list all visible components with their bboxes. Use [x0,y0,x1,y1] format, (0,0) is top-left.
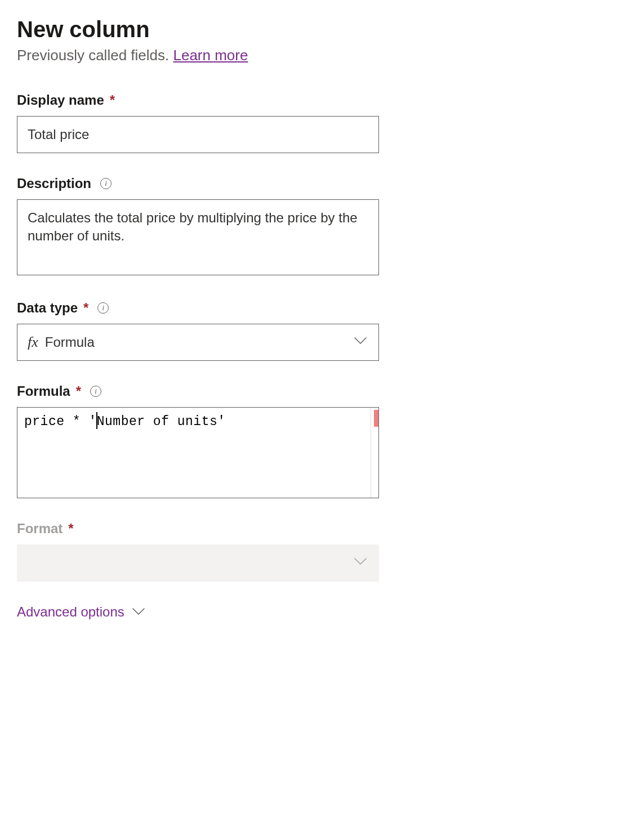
subtitle-text: Previously called fields. [17,47,173,64]
formula-group: Formula * i price * 'Number of units' [17,383,625,498]
data-type-selected-value: Formula [45,334,95,350]
format-label-text: Format [17,521,63,537]
required-asterisk: * [83,300,88,316]
format-group: Format * [17,521,625,582]
minimap-error-marker [374,410,378,427]
description-label: Description i [17,176,625,191]
display-name-input[interactable] [17,116,379,153]
advanced-options-label: Advanced options [17,604,124,620]
display-name-group: Display name * [17,92,625,153]
description-label-text: Description [17,176,91,191]
required-asterisk: * [110,92,115,108]
data-type-label: Data type * i [17,300,625,316]
info-icon[interactable]: i [100,178,112,189]
required-asterisk: * [76,383,81,399]
data-type-select-wrapper: fx Formula [17,324,379,361]
text-caret [96,412,97,429]
formula-content[interactable]: price * 'Number of units' [17,408,371,498]
page-subtitle: Previously called fields. Learn more [17,47,625,64]
format-select[interactable] [17,544,379,582]
display-name-label-text: Display name [17,92,104,108]
info-icon[interactable]: i [90,386,101,397]
learn-more-link[interactable]: Learn more [173,47,248,64]
fx-icon: fx [28,334,38,351]
format-label: Format * [17,521,625,537]
page-title: New column [17,17,625,42]
formula-label-text: Formula [17,383,70,399]
format-select-wrapper [17,544,379,582]
required-asterisk: * [68,521,73,537]
display-name-label: Display name * [17,92,625,108]
formula-editor[interactable]: price * 'Number of units' [17,407,379,498]
formula-text-before-caret: price * ' [24,414,97,429]
info-icon[interactable]: i [97,302,109,314]
formula-label: Formula * i [17,383,625,399]
data-type-select[interactable]: fx Formula [17,324,379,361]
data-type-group: Data type * i fx Formula [17,300,625,361]
formula-text-after-caret: Number of units' [97,414,226,429]
description-input[interactable]: Calculates the total price by multiplyin… [17,199,379,275]
formula-minimap [371,408,378,498]
data-type-label-text: Data type [17,300,78,316]
advanced-options-toggle[interactable]: Advanced options [17,604,625,620]
description-group: Description i Calculates the total price… [17,176,625,278]
chevron-down-icon [132,608,145,616]
